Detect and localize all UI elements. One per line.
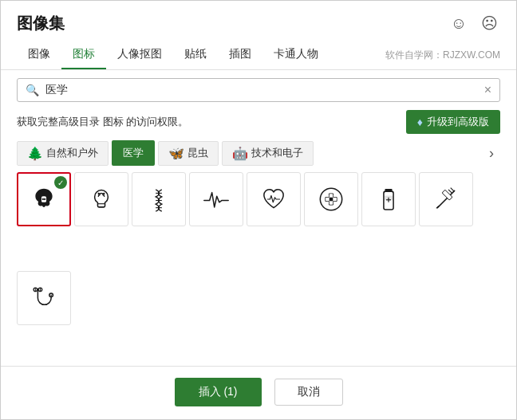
category-nature[interactable]: 🌲 自然和户外	[17, 141, 109, 166]
watermark-text: 软件自学网：RJZXW.COM	[385, 49, 500, 62]
icon-dna[interactable]	[132, 172, 186, 226]
category-bar: 🌲 自然和户外 医学 🦋 昆虫 🤖 技术和电子 ›	[17, 140, 500, 166]
icon-medical-cross[interactable]	[304, 172, 358, 226]
category-nature-label: 自然和户外	[46, 146, 98, 160]
category-insects[interactable]: 🦋 昆虫	[158, 141, 219, 166]
category-tech[interactable]: 🤖 技术和电子	[222, 141, 314, 166]
cancel-button[interactable]: 取消	[274, 379, 343, 406]
tab-cartoon[interactable]: 卡通人物	[262, 41, 330, 69]
icons-grid: ✓	[17, 172, 500, 366]
svg-rect-20	[385, 195, 393, 200]
search-icon: 🔍	[26, 84, 39, 96]
tab-icons[interactable]: 图标	[61, 41, 106, 69]
selected-checkmark: ✓	[54, 176, 67, 189]
medicine-bottle-svg	[373, 184, 404, 214]
search-input[interactable]	[45, 84, 478, 96]
tab-illustration[interactable]: 插图	[218, 41, 262, 69]
svg-line-24	[448, 190, 452, 194]
svg-line-25	[451, 188, 455, 192]
upgrade-text: 获取完整高级目录 图标 的访问权限。	[17, 115, 406, 129]
dialog-header: 图像集 ☺ ☹	[1, 1, 516, 41]
icon-brain-ai[interactable]: ✓	[17, 172, 71, 226]
brain-head-svg	[86, 184, 116, 214]
category-medical-label: 医学	[123, 146, 144, 160]
icon-brain-head[interactable]	[74, 172, 128, 226]
category-tech-label: 技术和电子	[251, 146, 303, 160]
header-icons: ☺ ☹	[448, 12, 500, 34]
upgrade-button-label: 升级到高级版	[427, 115, 489, 129]
icon-medicine-bottle[interactable]	[361, 172, 416, 226]
diamond-icon: ♦	[417, 116, 423, 128]
dna-svg	[144, 184, 174, 214]
svg-rect-15	[330, 198, 333, 202]
stethoscope-svg	[29, 283, 59, 313]
icon-syringe[interactable]	[419, 172, 473, 226]
tab-stickers[interactable]: 贴纸	[173, 41, 218, 69]
upgrade-button[interactable]: ♦ 升级到高级版	[406, 110, 500, 134]
search-bar: 🔍 ×	[17, 78, 500, 102]
heartbeat-svg	[258, 184, 289, 214]
svg-point-1	[44, 198, 45, 200]
tabs-bar: 图像 图标 人像抠图 贴纸 插图 卡通人物 软件自学网：RJZXW.COM	[1, 41, 516, 70]
brain-ai-svg	[29, 184, 59, 214]
butterfly-icon: 🦋	[168, 146, 184, 161]
category-insects-label: 昆虫	[187, 146, 208, 160]
insert-button[interactable]: 插入 (1)	[175, 378, 262, 406]
icon-heartbeat[interactable]	[247, 172, 301, 226]
smile-icon[interactable]: ☺	[448, 12, 470, 34]
svg-point-28	[50, 294, 52, 296]
upgrade-bar: 获取完整高级目录 图标 的访问权限。 ♦ 升级到高级版	[17, 110, 500, 134]
dialog-footer: 插入 (1) 取消	[1, 366, 516, 419]
medical-cross-svg	[316, 184, 346, 214]
frown-icon[interactable]: ☹	[478, 12, 500, 34]
icon-stethoscope[interactable]	[17, 271, 71, 325]
category-next-button[interactable]: ›	[483, 142, 500, 165]
icon-pulse[interactable]	[189, 172, 243, 226]
syringe-svg	[431, 184, 461, 214]
dialog-title: 图像集	[17, 13, 65, 34]
category-medical[interactable]: 医学	[112, 140, 155, 166]
tree-icon: 🌲	[27, 146, 43, 161]
svg-point-0	[42, 198, 44, 200]
search-clear-button[interactable]: ×	[484, 83, 491, 97]
pulse-svg	[201, 184, 231, 214]
robot-icon: 🤖	[232, 146, 248, 161]
image-collection-dialog: 图像集 ☺ ☹ 图像 图标 人像抠图 贴纸 插图 卡通人物 软件自学网：RJZX…	[0, 0, 517, 420]
tab-images[interactable]: 图像	[17, 41, 61, 69]
tab-portrait[interactable]: 人像抠图	[106, 41, 173, 69]
